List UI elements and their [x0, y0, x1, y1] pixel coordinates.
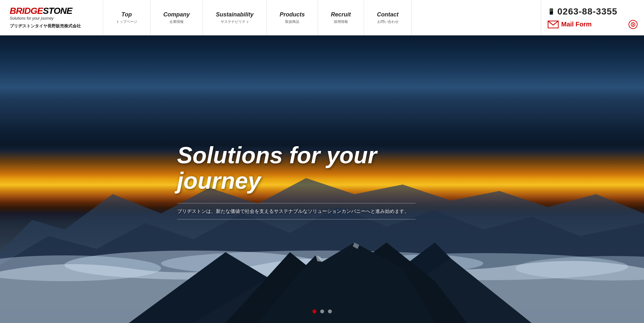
mail-envelope-icon: [548, 21, 559, 28]
hero-section: Solutions for your journey ブリヂストンは、新たな価値…: [0, 35, 644, 323]
hero-subtitle: ブリヂストンは、新たな価値で社会を支えるサステナブルなソリューションカンパニーへ…: [177, 208, 467, 214]
svg-point-1: [631, 23, 635, 26]
main-nav: Top トップページ Company 企業情報 Sustainability サ…: [103, 0, 541, 35]
slide-indicators: [312, 309, 332, 313]
mail-left: Mail Form: [548, 21, 591, 28]
mail-form-label: Mail Form: [561, 21, 591, 28]
slide-dot-2[interactable]: [320, 309, 324, 313]
brand-tagline: Solutions for your journey: [10, 16, 93, 21]
logo-area: BRIDGESTONE Solutions for your journey ブ…: [0, 0, 103, 35]
nav-en-products: Products: [280, 11, 305, 18]
mail-row[interactable]: Mail Form: [548, 20, 638, 29]
nav-ja-recruit: 採用情報: [334, 19, 348, 24]
site-header: BRIDGESTONE Solutions for your journey ブ…: [0, 0, 644, 35]
bridgestone-logo: BRIDGESTONE Solutions for your journey ブ…: [10, 6, 93, 29]
nav-item-company[interactable]: Company 企業情報: [150, 0, 203, 35]
nav-item-top[interactable]: Top トップページ: [103, 0, 150, 35]
brand-name: BRIDGESTONE: [10, 6, 93, 15]
nav-en-contact: Contact: [377, 11, 399, 18]
nav-ja-company: 企業情報: [169, 19, 184, 24]
nav-ja-products: 取扱商品: [285, 19, 299, 24]
nav-en-sustainability: Sustainability: [216, 11, 254, 18]
arrow-right-icon: [631, 22, 635, 27]
phone-row: 📱 0263-88-3355: [548, 6, 617, 17]
header-right: 📱 0263-88-3355 Mail Form: [541, 0, 644, 35]
slide-dot-3[interactable]: [328, 309, 332, 313]
nav-en-top: Top: [121, 11, 132, 18]
phone-icon: 📱: [548, 8, 555, 15]
company-name: ブリヂストンタイヤ長野販売株式会社: [10, 23, 93, 29]
hero-content: Solutions for your journey ブリヂストンは、新たな価値…: [177, 142, 467, 224]
nav-item-sustainability[interactable]: Sustainability サステナビリティ: [203, 0, 267, 35]
hero-title: Solutions for your journey: [177, 142, 467, 193]
slide-dot-1[interactable]: [312, 309, 316, 313]
phone-number: 0263-88-3355: [557, 6, 617, 17]
nav-item-contact[interactable]: Contact お問い合わせ: [364, 0, 412, 35]
mail-arrow-icon[interactable]: [629, 20, 638, 29]
nav-item-products[interactable]: Products 取扱商品: [267, 0, 318, 35]
nav-ja-top: トップページ: [116, 19, 137, 24]
hero-divider-bottom: [177, 219, 416, 219]
nav-en-company: Company: [163, 11, 190, 18]
nav-ja-sustainability: サステナビリティ: [221, 19, 249, 24]
hero-divider: [177, 203, 416, 203]
nav-ja-contact: お問い合わせ: [377, 19, 399, 24]
nav-item-recruit[interactable]: Recruit 採用情報: [318, 0, 364, 35]
nav-en-recruit: Recruit: [331, 11, 351, 18]
